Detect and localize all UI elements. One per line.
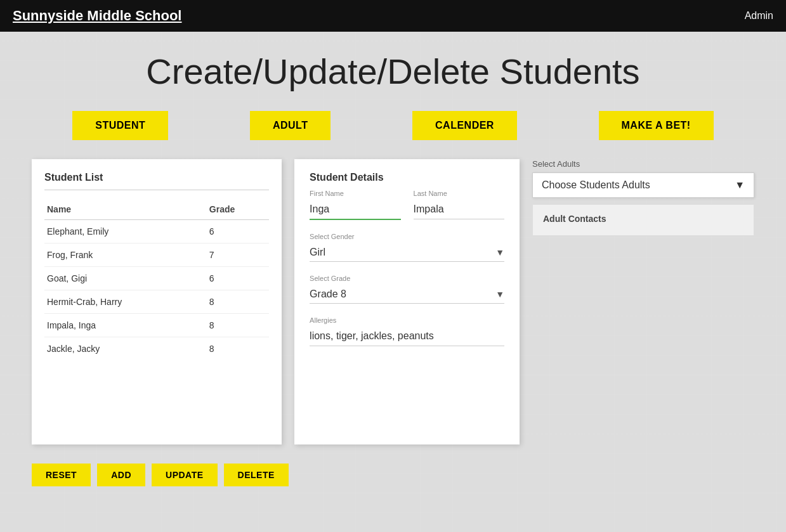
allergies-input[interactable] xyxy=(310,327,504,346)
table-row[interactable]: Hermit-Crab, Harry8 xyxy=(44,290,269,314)
make-a-bet-button[interactable]: MAKE A BET! xyxy=(599,111,714,140)
first-name-input[interactable] xyxy=(310,200,400,220)
student-name-cell: Impala, Inga xyxy=(44,314,207,337)
first-name-group: First Name xyxy=(310,190,400,220)
dropdown-label: Choose Students Adults xyxy=(542,179,650,191)
reset-button[interactable]: RESET xyxy=(32,464,91,486)
grade-group: Select Grade Grade 6 Grade 7 Grade 8 ▼ xyxy=(310,275,504,304)
header: Sunnyside Middle School Admin xyxy=(0,0,786,32)
table-row[interactable]: Frog, Frank7 xyxy=(44,243,269,267)
grade-column-header: Grade xyxy=(207,199,269,220)
student-button[interactable]: STUDENT xyxy=(72,111,168,140)
add-button[interactable]: ADD xyxy=(97,464,145,486)
gender-group: Select Gender Girl Boy Other ▼ xyxy=(310,233,504,262)
bottom-buttons: RESET ADD UPDATE DELETE xyxy=(32,464,754,486)
student-table-body: Elephant, Emily6Frog, Frank7Goat, Gigi6H… xyxy=(44,220,269,361)
select-adults-label: Select Adults xyxy=(532,159,754,169)
student-details-title: Student Details xyxy=(310,172,504,183)
adult-panel: Select Adults Choose Students Adults ▼ A… xyxy=(532,159,754,236)
table-row[interactable]: Goat, Gigi6 xyxy=(44,267,269,290)
student-list-title: Student List xyxy=(44,172,269,183)
last-name-label: Last Name xyxy=(414,190,504,197)
student-details-panel: Student Details First Name Last Name Sel… xyxy=(294,159,520,444)
last-name-group: Last Name xyxy=(414,190,504,220)
student-list-panel: Student List Name Grade Elephant, Emily6… xyxy=(32,159,282,444)
name-field-row: First Name Last Name xyxy=(310,190,504,233)
last-name-input[interactable] xyxy=(414,200,504,219)
grade-select[interactable]: Grade 6 Grade 7 Grade 8 xyxy=(310,285,504,304)
student-name-cell: Goat, Gigi xyxy=(44,267,207,290)
delete-button[interactable]: DELETE xyxy=(224,464,289,486)
student-name-cell: Elephant, Emily xyxy=(44,220,207,243)
dropdown-arrow: ▼ xyxy=(735,179,745,191)
calender-button[interactable]: CALENDER xyxy=(412,111,517,140)
student-grade-cell: 8 xyxy=(207,337,269,361)
student-name-cell: Frog, Frank xyxy=(44,243,207,267)
adult-contacts-label: Adult Contacts xyxy=(543,214,606,224)
student-grade-cell: 8 xyxy=(207,290,269,314)
student-grade-cell: 8 xyxy=(207,314,269,337)
update-button[interactable]: UPDATE xyxy=(152,464,218,486)
adult-contacts-box: Adult Contacts xyxy=(532,204,754,236)
grade-label: Select Grade xyxy=(310,275,504,282)
adult-button[interactable]: ADULT xyxy=(250,111,331,140)
allergies-group: Allergies xyxy=(310,316,504,346)
name-column-header: Name xyxy=(44,199,207,220)
student-grade-cell: 6 xyxy=(207,220,269,243)
table-row[interactable]: Impala, Inga8 xyxy=(44,314,269,337)
gender-select-wrapper: Girl Boy Other ▼ xyxy=(310,243,504,262)
gender-label: Select Gender xyxy=(310,233,504,240)
admin-label: Admin xyxy=(745,10,773,22)
student-table: Name Grade Elephant, Emily6Frog, Frank7G… xyxy=(44,199,269,360)
first-name-label: First Name xyxy=(310,190,400,197)
gender-select[interactable]: Girl Boy Other xyxy=(310,243,504,262)
page-title: Create/Update/Delete Students xyxy=(32,44,754,92)
site-title[interactable]: Sunnyside Middle School xyxy=(13,8,181,24)
content-area: Student List Name Grade Elephant, Emily6… xyxy=(32,159,754,444)
table-row[interactable]: Elephant, Emily6 xyxy=(44,220,269,243)
main-content: Create/Update/Delete Students STUDENT AD… xyxy=(0,32,786,532)
student-grade-cell: 7 xyxy=(207,243,269,267)
grade-select-wrapper: Grade 6 Grade 7 Grade 8 ▼ xyxy=(310,285,504,304)
nav-buttons: STUDENT ADULT CALENDER MAKE A BET! xyxy=(32,111,754,140)
table-row[interactable]: Jackle, Jacky8 xyxy=(44,337,269,361)
student-name-cell: Jackle, Jacky xyxy=(44,337,207,361)
table-header-row: Name Grade xyxy=(44,199,269,220)
student-name-cell: Hermit-Crab, Harry xyxy=(44,290,207,314)
choose-students-dropdown[interactable]: Choose Students Adults ▼ xyxy=(532,172,754,198)
student-grade-cell: 6 xyxy=(207,267,269,290)
allergies-label: Allergies xyxy=(310,316,504,324)
